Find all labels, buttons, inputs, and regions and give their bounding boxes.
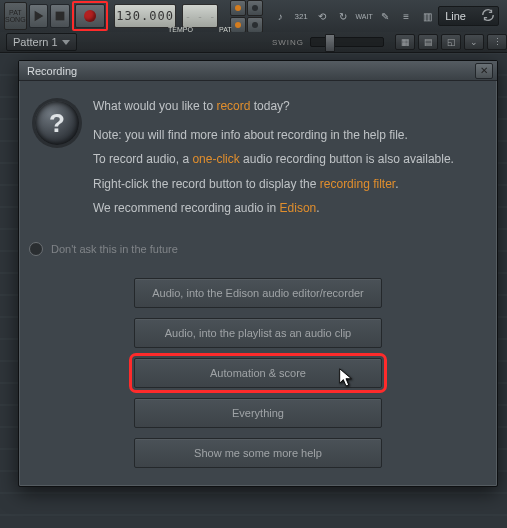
record-button[interactable] [75, 4, 105, 28]
msg-line4-hl: recording filter [320, 177, 395, 191]
pat-song-toggle[interactable]: PAT SONG [4, 2, 27, 30]
swing-label: SWING [272, 38, 304, 47]
dont-ask-row: Don't ask this in the future [19, 236, 497, 266]
strip-tool-4[interactable]: ⌄ [464, 34, 484, 50]
record-playlist-clip-label: Audio, into the playlist as an audio cli… [165, 327, 352, 339]
swing-slider[interactable] [310, 37, 384, 47]
record-everything-button[interactable]: Everything [134, 398, 382, 428]
msg-question-hl: record [216, 99, 250, 113]
slider-icon[interactable]: ≡ [397, 7, 415, 25]
strip-tool-2[interactable]: ▤ [418, 34, 438, 50]
mouse-cursor-icon [337, 367, 355, 389]
stop-icon [53, 9, 67, 23]
pattern-strip: Pattern 1 SWING ▦ ▤ ◱ ⌄ ⋮ [0, 32, 507, 53]
msg-line3a: To record audio, a [93, 152, 192, 166]
play-button[interactable] [29, 4, 49, 28]
step-edit-icon[interactable]: ✎ [376, 7, 394, 25]
dialog-titlebar[interactable]: Recording ✕ [19, 61, 497, 81]
metronome-icon[interactable]: ♪ [271, 7, 289, 25]
overdub-icon[interactable]: ⟲ [313, 7, 331, 25]
svg-rect-1 [56, 12, 65, 21]
line-combo-label: Line [445, 10, 466, 22]
stop-button[interactable] [50, 4, 70, 28]
wait-icon[interactable]: WAIT [355, 7, 373, 25]
pattern-selector[interactable]: Pattern 1 [6, 33, 77, 51]
dialog-button-stack: Audio, into the Edison audio editor/reco… [19, 266, 497, 486]
countdown-icon[interactable]: 321 [292, 7, 310, 25]
indicator-dot-3[interactable] [230, 17, 246, 33]
record-automation-score-label: Automation & score [210, 367, 306, 379]
dialog-body: ? What would you like to record today? N… [19, 81, 497, 236]
msg-line5b: . [316, 201, 319, 215]
menu-icon[interactable]: ▥ [418, 7, 436, 25]
play-icon [32, 9, 46, 23]
record-everything-label: Everything [232, 407, 284, 419]
dont-ask-radio[interactable] [29, 242, 43, 256]
record-edison-button[interactable]: Audio, into the Edison audio editor/reco… [134, 278, 382, 308]
show-more-help-button[interactable]: Show me some more help [134, 438, 382, 468]
tempo-lcd[interactable]: 130.000 [114, 4, 176, 28]
transport-toolbar: PAT SONG 130.000 TEMPO - - - PAT ♪ 321 ⟲… [0, 0, 507, 33]
indicator-dot-1[interactable] [230, 0, 246, 16]
indicator-dot-4[interactable] [247, 17, 263, 33]
record-playlist-clip-button[interactable]: Audio, into the playlist as an audio cli… [134, 318, 382, 348]
strip-tool-5[interactable]: ⋮ [487, 34, 507, 50]
pat-label-top: PAT [9, 9, 22, 16]
show-more-help-label: Show me some more help [194, 447, 322, 459]
loop-record-icon[interactable]: ↻ [334, 7, 352, 25]
record-edison-label: Audio, into the Edison audio editor/reco… [152, 287, 364, 299]
dialog-close-button[interactable]: ✕ [475, 63, 493, 79]
msg-line4b: . [395, 177, 398, 191]
refresh-icon[interactable] [479, 6, 497, 24]
indicator-dots [230, 0, 263, 33]
record-automation-score-button[interactable]: Automation & score [134, 358, 382, 388]
close-icon: ✕ [480, 66, 488, 76]
recording-dialog: Recording ✕ ? What would you like to rec… [18, 60, 498, 487]
dialog-message: What would you like to record today? Not… [93, 97, 481, 224]
msg-question-post: today? [250, 99, 289, 113]
msg-question-pre: What would you like to [93, 99, 216, 113]
msg-line-2: Note: you will find more info about reco… [93, 126, 481, 145]
song-label-bottom: SONG [5, 16, 26, 23]
msg-line3b: audio recording button is also available… [240, 152, 454, 166]
question-mark-icon: ? [35, 101, 79, 145]
msg-line5-hl: Edison [280, 201, 317, 215]
msg-line3-hl: one-click [192, 152, 239, 166]
chevron-down-icon [62, 40, 70, 45]
tool-glyph-row: ♪ 321 ⟲ ↻ WAIT ✎ ≡ ▥ [271, 7, 436, 25]
record-highlight-box [72, 1, 108, 31]
strip-tool-3[interactable]: ◱ [441, 34, 461, 50]
record-icon [84, 10, 96, 22]
msg-line5a: We recommend recording audio in [93, 201, 280, 215]
tempo-value: 130.000 [116, 9, 174, 23]
svg-marker-0 [34, 11, 43, 22]
indicator-dot-2[interactable] [247, 0, 263, 16]
strip-tool-1[interactable]: ▦ [395, 34, 415, 50]
pattern-lcd[interactable]: - - - [182, 4, 218, 28]
pattern-selector-label: Pattern 1 [13, 36, 58, 48]
dont-ask-label: Don't ask this in the future [51, 243, 178, 255]
dialog-title: Recording [27, 65, 77, 77]
msg-line4a: Right-click the record button to display… [93, 177, 320, 191]
